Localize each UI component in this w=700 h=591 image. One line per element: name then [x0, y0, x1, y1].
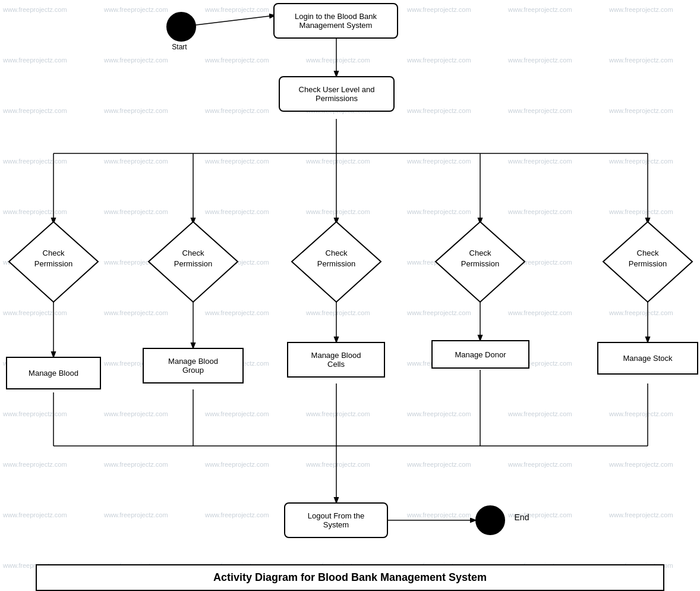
- check-user-level-node: Check User Level and Permissions: [279, 76, 395, 112]
- svg-text:Permission: Permission: [34, 259, 72, 268]
- start-node: [166, 12, 196, 42]
- manage-donor-node: Manage Donor: [431, 340, 529, 369]
- logout-label: Logout From the System: [308, 511, 364, 529]
- diagram-title: Activity Diagram for Blood Bank Manageme…: [36, 564, 664, 591]
- manage-blood-group-node: Manage Blood Group: [143, 348, 244, 383]
- svg-text:Check: Check: [43, 249, 65, 257]
- manage-blood-label: Manage Blood: [29, 369, 78, 378]
- manage-blood-group-label: Manage Blood Group: [168, 357, 218, 375]
- manage-donor-label: Manage Donor: [455, 350, 506, 359]
- svg-text:Check: Check: [182, 249, 204, 257]
- diagram-container: // Generate watermarks const wm = docume…: [0, 0, 700, 591]
- login-node: Login to the Blood Bank Management Syste…: [273, 3, 398, 39]
- manage-blood-cells-label: Manage Blood Cells: [311, 351, 361, 369]
- end-node: [475, 505, 505, 535]
- manage-stock-label: Manage Stock: [623, 354, 672, 363]
- svg-text:Check: Check: [469, 249, 491, 257]
- svg-text:Check: Check: [637, 249, 659, 257]
- diamond-5: Check Permission: [600, 219, 695, 305]
- svg-text:Permission: Permission: [461, 259, 499, 268]
- check-user-level-label: Check User Level and Permissions: [299, 85, 375, 103]
- logout-node: Logout From the System: [284, 502, 388, 538]
- manage-blood-cells-node: Manage Blood Cells: [287, 342, 385, 378]
- svg-text:Permission: Permission: [317, 259, 355, 268]
- login-label: Login to the Blood Bank Management Syste…: [295, 12, 377, 30]
- diamond-2: Check Permission: [146, 219, 241, 305]
- svg-text:Check: Check: [326, 249, 348, 257]
- diamond-3: Check Permission: [289, 219, 384, 305]
- manage-stock-node: Manage Stock: [597, 342, 698, 375]
- end-label: End: [510, 513, 534, 522]
- diamond-1: Check Permission: [6, 219, 101, 305]
- svg-text:Permission: Permission: [629, 259, 667, 268]
- manage-blood-node: Manage Blood: [6, 357, 101, 389]
- diagram-title-text: Activity Diagram for Blood Bank Manageme…: [213, 571, 487, 583]
- start-label: Start: [162, 43, 197, 51]
- diamond-4: Check Permission: [433, 219, 528, 305]
- svg-text:Permission: Permission: [174, 259, 212, 268]
